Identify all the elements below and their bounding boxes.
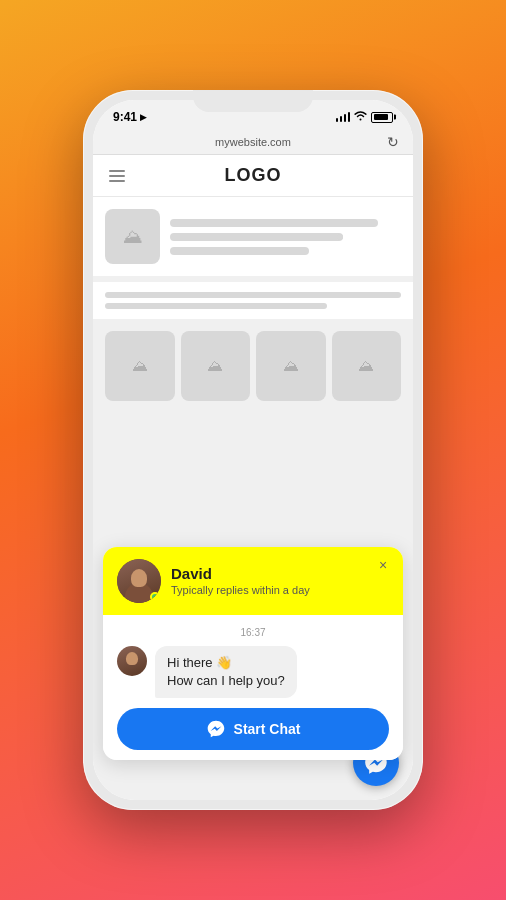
message-timestamp: 16:37 xyxy=(117,627,389,638)
messenger-icon xyxy=(206,719,226,739)
chat-popup: David Typically replies within a day × 1… xyxy=(103,547,403,760)
phone-notch xyxy=(193,90,313,112)
hero-line-2 xyxy=(170,233,343,241)
card-2: ⛰ xyxy=(181,331,251,401)
browser-url: mywebsite.com xyxy=(215,136,291,148)
chat-header: David Typically replies within a day × xyxy=(103,547,403,615)
hero-text-lines xyxy=(170,219,401,255)
refresh-icon[interactable]: ↻ xyxy=(387,134,399,150)
location-arrow-icon: ▶ xyxy=(140,112,147,122)
chat-body: 16:37 Hi there 👋 How can I help you? xyxy=(103,615,403,760)
hero-image: ⛰ xyxy=(105,209,160,264)
message-avatar xyxy=(117,646,147,676)
agent-name: David xyxy=(171,565,389,582)
browser-bar: mywebsite.com ↻ xyxy=(93,130,413,155)
start-chat-label: Start Chat xyxy=(234,721,301,737)
status-time: 9:41 xyxy=(113,110,137,124)
agent-info: David Typically replies within a day xyxy=(171,565,389,596)
hero-line-1 xyxy=(170,219,378,227)
battery-icon xyxy=(371,112,393,123)
card-image-icon-2: ⛰ xyxy=(207,357,223,375)
wifi-icon xyxy=(354,111,367,123)
phone-screen: 9:41 ▶ myweb xyxy=(93,100,413,800)
website-content: LOGO ⛰ xyxy=(93,155,413,800)
chat-close-button[interactable]: × xyxy=(373,555,393,575)
card-image-icon-4: ⛰ xyxy=(358,357,374,375)
start-chat-button[interactable]: Start Chat xyxy=(117,708,389,750)
status-icons xyxy=(336,111,394,123)
agent-subtitle: Typically replies within a day xyxy=(171,584,389,596)
card-1: ⛰ xyxy=(105,331,175,401)
hero-line-3 xyxy=(170,247,309,255)
message-line-2: How can I help you? xyxy=(167,673,285,688)
card-4: ⛰ xyxy=(332,331,402,401)
cards-grid: ⛰ ⛰ ⛰ ⛰ xyxy=(93,325,413,407)
site-header: LOGO xyxy=(93,155,413,197)
phone-frame: 9:41 ▶ myweb xyxy=(83,90,423,810)
signal-icon xyxy=(336,112,351,122)
card-image-icon-1: ⛰ xyxy=(132,357,148,375)
online-status-dot xyxy=(150,592,160,602)
hero-section: ⛰ xyxy=(93,197,413,276)
content-line-1 xyxy=(105,292,401,298)
agent-avatar xyxy=(117,559,161,603)
image-placeholder-icon: ⛰ xyxy=(123,225,143,248)
site-logo: LOGO xyxy=(225,165,282,186)
card-3: ⛰ xyxy=(256,331,326,401)
content-lines xyxy=(93,282,413,319)
message-bubble: Hi there 👋 How can I help you? xyxy=(155,646,297,698)
message-row: Hi there 👋 How can I help you? xyxy=(117,646,389,698)
card-image-icon-3: ⛰ xyxy=(283,357,299,375)
content-line-2 xyxy=(105,303,327,309)
hamburger-menu-icon[interactable] xyxy=(109,170,125,182)
message-line-1: Hi there 👋 xyxy=(167,655,232,670)
